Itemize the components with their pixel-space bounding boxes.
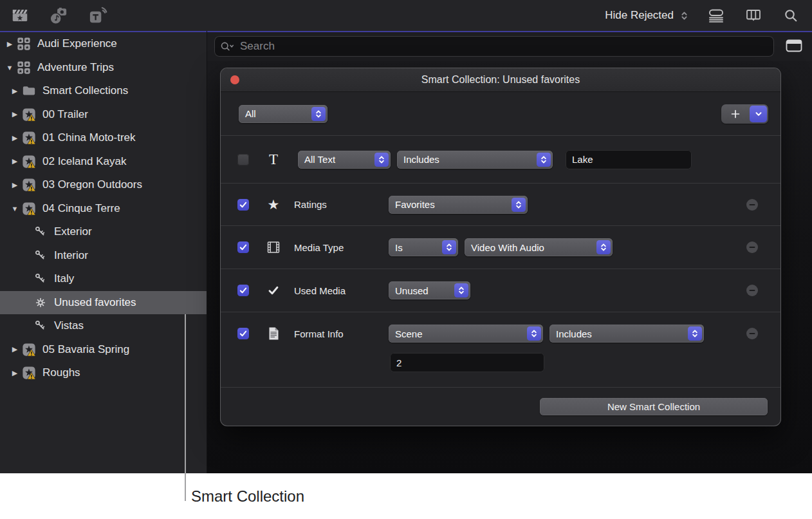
match-popup[interactable]: All <box>239 105 328 123</box>
add-rule-group <box>721 104 768 124</box>
popup-value: Includes <box>397 154 439 165</box>
rule-checkbox[interactable] <box>237 241 249 253</box>
ratings-popup[interactable]: Favorites <box>389 196 528 214</box>
format-info-property-popup[interactable]: Scene <box>389 325 543 343</box>
sidebar-item-04-cinque-terre[interactable]: ▼ 04 Cinque Terre <box>0 197 207 221</box>
sidebar-item-audi-experience[interactable]: ▶ Audi Experience <box>0 32 207 56</box>
sidebar-item-05-bavaria-spring[interactable]: ▶ 05 Bavaria Spring <box>0 338 207 362</box>
star-icon: ★ <box>266 197 281 212</box>
rule-checkbox[interactable] <box>237 285 249 296</box>
filter-window-button[interactable] <box>784 37 804 54</box>
chevron-up-down-icon <box>679 10 690 21</box>
disclosure-triangle-icon[interactable]: ▶ <box>10 181 19 189</box>
sidebar-item-vistas[interactable]: Vistas <box>0 314 207 338</box>
list-view-icon[interactable] <box>705 5 727 26</box>
rule-row-used-media: Used Media Unused <box>221 269 780 312</box>
top-toolbar: Hide Rejected <box>0 0 812 31</box>
close-button[interactable] <box>230 75 239 84</box>
titles-generators-sidebar-icon[interactable] <box>86 5 108 26</box>
add-rule-menu-button[interactable] <box>750 106 767 122</box>
media-type-operator-popup[interactable]: Is <box>389 238 458 256</box>
text-rule-field[interactable] <box>566 150 692 169</box>
checkmark-icon <box>239 329 248 338</box>
rule-row-media-type: Media Type Is Video With Audio <box>221 225 780 269</box>
disclosure-triangle-icon[interactable]: ▼ <box>5 64 14 71</box>
checkmark-icon <box>266 283 281 298</box>
chevron-up-down-icon <box>512 198 526 212</box>
match-popup-value: All <box>239 108 256 119</box>
sidebar-item-label: Adventure Trips <box>37 61 114 74</box>
sidebar-item-roughs[interactable]: ▶ Roughs <box>0 361 207 385</box>
popup-value: Includes <box>549 328 592 339</box>
disclosure-triangle-icon[interactable]: ▶ <box>10 369 19 377</box>
popup-value: Scene <box>389 328 423 339</box>
sidebar-item-label: 02 Iceland Kayak <box>42 155 126 168</box>
disclosure-triangle-icon[interactable]: ▶ <box>5 40 14 48</box>
search-magnifier-icon <box>220 41 235 52</box>
remove-rule-button[interactable] <box>746 327 759 340</box>
filter-popup[interactable]: Hide Rejected <box>605 9 690 22</box>
sidebar-item-label: Roughs <box>42 366 80 379</box>
filter-popup-label: Hide Rejected <box>605 9 674 22</box>
text-scope-popup[interactable]: All Text <box>298 151 391 169</box>
new-smart-collection-button[interactable]: New Smart Collection <box>540 398 768 415</box>
event-warning-icon <box>22 131 36 145</box>
filmstrip-view-icon[interactable] <box>743 5 764 26</box>
sidebar-item-adventure-trips[interactable]: ▼ Adventure Trips <box>0 56 207 80</box>
sidebar-item-01-china-moto-trek[interactable]: ▶ 01 China Moto-trek <box>0 126 207 150</box>
used-media-popup[interactable]: Unused <box>389 281 470 299</box>
remove-rule-button[interactable] <box>746 241 759 254</box>
text-match-popup[interactable]: Includes <box>397 151 553 169</box>
checkmark-icon <box>239 243 248 252</box>
sidebar-item-interior[interactable]: Interior <box>0 244 207 268</box>
disclosure-triangle-icon[interactable]: ▶ <box>10 110 19 118</box>
callout-line <box>185 314 186 501</box>
rule-checkbox[interactable] <box>237 154 249 165</box>
format-info-operator-popup[interactable]: Includes <box>549 325 704 343</box>
sidebar-item-italy[interactable]: Italy <box>0 267 207 291</box>
libraries-sidebar-icon[interactable] <box>9 5 31 26</box>
document-icon <box>266 326 281 341</box>
sidebar-item-label: Audi Experience <box>37 37 117 50</box>
search-input[interactable] <box>239 39 774 53</box>
rule-checkbox[interactable] <box>237 199 249 211</box>
sidebar-item-label: Exterior <box>54 225 92 238</box>
sidebar-item-label: 03 Oregon Outdoors <box>42 178 142 191</box>
app-window: Hide Rejected ▶ Audi Experience ▼ Advent… <box>0 0 812 473</box>
rule-checkbox[interactable] <box>237 328 249 339</box>
rule-label: Format Info <box>294 328 389 339</box>
browser-controls-group: Hide Rejected <box>605 5 802 26</box>
disclosure-triangle-icon[interactable]: ▼ <box>10 205 19 212</box>
sidebar-item-02-iceland-kayak[interactable]: ▶ 02 Iceland Kayak <box>0 150 207 174</box>
sidebar-item-label: Interior <box>54 249 88 262</box>
disclosure-triangle-icon[interactable]: ▶ <box>10 157 19 165</box>
popup-value: Video With Audio <box>465 242 544 253</box>
add-rule-button[interactable] <box>721 104 750 124</box>
dialog-titlebar[interactable]: Smart Collection: Unused favorites <box>221 68 780 92</box>
remove-rule-button[interactable] <box>746 198 759 211</box>
sidebar-item-exterior[interactable]: Exterior <box>0 220 207 244</box>
filter-window-icon <box>786 39 802 53</box>
format-info-field[interactable] <box>390 353 544 372</box>
smart-collection-dialog: Smart Collection: Unused favorites All <box>221 68 780 426</box>
photos-audio-sidebar-icon[interactable] <box>48 5 69 26</box>
chevron-up-down-icon <box>596 240 611 254</box>
sidebar-toggle-group <box>9 5 108 26</box>
sidebar-item-03-oregon-outdoors[interactable]: ▶ 03 Oregon Outdoors <box>0 173 207 197</box>
media-type-value-popup[interactable]: Video With Audio <box>465 238 613 256</box>
sidebar-item-00-trailer[interactable]: ▶ 00 Trailer <box>0 103 207 127</box>
remove-rule-button[interactable] <box>746 284 759 297</box>
popup-value: Is <box>389 242 403 253</box>
folder-icon <box>22 84 36 98</box>
search-icon[interactable] <box>780 5 802 26</box>
sidebar-item-unused-favorites[interactable]: Unused favorites <box>0 291 207 315</box>
sidebar-item-smart-collections[interactable]: ▶ Smart Collections <box>0 79 207 103</box>
event-warning-icon <box>22 343 36 357</box>
disclosure-triangle-icon[interactable]: ▶ <box>10 87 19 95</box>
disclosure-triangle-icon[interactable]: ▶ <box>10 345 19 354</box>
search-field[interactable] <box>214 36 774 57</box>
sidebar-item-label: Italy <box>54 272 74 285</box>
disclosure-triangle-icon[interactable]: ▶ <box>10 134 19 142</box>
screenshot-stage: Hide Rejected ▶ Audi Experience ▼ Advent… <box>0 0 812 519</box>
plus-icon <box>730 109 741 119</box>
